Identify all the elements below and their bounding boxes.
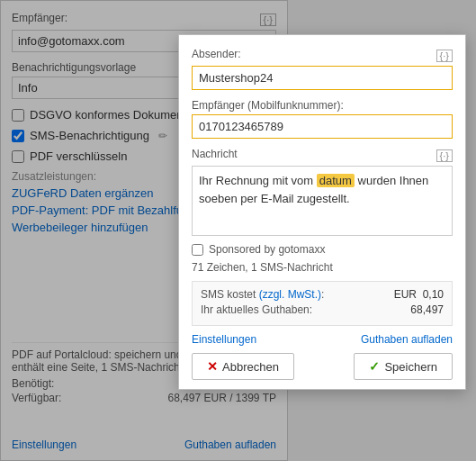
variable-icon-absender[interactable]: {·} — [436, 50, 453, 62]
absender-input[interactable] — [192, 66, 453, 90]
modal-settings-row: Einstellungen Guthaben aufladen — [192, 333, 453, 346]
nachricht-row: Nachricht {·} — [192, 148, 453, 163]
sponsored-checkbox[interactable] — [192, 244, 203, 256]
guthaben-value: 68,497 — [410, 303, 444, 316]
guthaben-cost-row: Ihr aktuelles Guthaben: 68,497 — [201, 303, 444, 316]
guthaben-label: Ihr aktuelles Guthaben: — [201, 303, 312, 316]
cancel-icon: ✕ — [207, 359, 218, 374]
nachricht-wrapper: Ihr Rechnung mit vom datum wurden Ihnen … — [192, 166, 453, 236]
modal-footer: ✕ Abbrechen ✓ Speichern — [192, 353, 453, 380]
nachricht-textarea[interactable]: Ihr Rechnung mit vom datum wurden Ihnen … — [192, 166, 453, 236]
absender-label: Absender: — [192, 48, 241, 60]
variable-icon-nachricht[interactable]: {·} — [436, 149, 453, 162]
sms-currency: EUR — [394, 288, 417, 301]
modal-einstellungen-link[interactable]: Einstellungen — [192, 333, 256, 346]
zzgl-link[interactable]: (zzgl. MwSt.) — [259, 288, 321, 301]
modal-guthaben-link[interactable]: Guthaben aufladen — [361, 333, 453, 346]
save-label: Speichern — [384, 360, 437, 374]
empfaenger-modal-input[interactable] — [192, 114, 453, 139]
nachricht-label: Nachricht — [192, 148, 238, 160]
sms-kostet-label: SMS kostet (zzgl. MwSt.): — [201, 288, 324, 301]
cost-section: SMS kostet (zzgl. MwSt.): EUR 0,10 Ihr a… — [192, 281, 453, 326]
sponsored-row: Sponsored by gotomaxx — [192, 243, 453, 256]
absender-row: Absender: {·} — [192, 48, 453, 63]
sms-cost-values: EUR 0,10 — [394, 288, 444, 301]
empfaenger-modal-label: Empfänger (Mobilfunknummer): — [192, 99, 453, 112]
cancel-button[interactable]: ✕ Abbrechen — [192, 353, 294, 380]
save-button[interactable]: ✓ Speichern — [354, 353, 453, 380]
nachricht-text-before: Ihr Rechnung mit vom — [199, 174, 317, 187]
sms-modal: Absender: {·} Empfänger (Mobilfunknummer… — [178, 34, 466, 390]
sms-count: 71 Zeichen, 1 SMS-Nachricht — [192, 261, 453, 274]
save-icon: ✓ — [369, 359, 380, 374]
nachricht-highlight: datum — [317, 174, 355, 187]
sponsored-label: Sponsored by gotomaxx — [209, 243, 325, 256]
sms-amount: 0,10 — [423, 288, 444, 301]
cancel-label: Abbrechen — [222, 360, 279, 374]
sms-cost-row: SMS kostet (zzgl. MwSt.): EUR 0,10 — [201, 288, 444, 301]
